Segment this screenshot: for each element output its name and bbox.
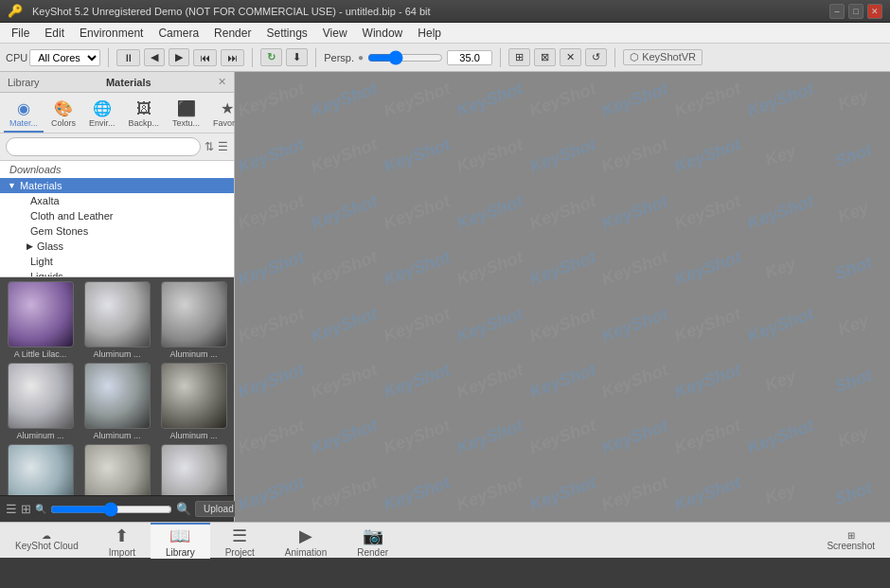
wm-40: KeyShot (446, 286, 534, 364)
tree-item-cloth-leather[interactable]: Cloth and Leather (0, 208, 234, 223)
rotate-btn[interactable]: ✕ (560, 48, 581, 66)
tab-import[interactable]: ⬆ Import (94, 523, 151, 559)
tree-label-light: Light (30, 256, 53, 267)
tab-render[interactable]: 📷 Render (342, 523, 403, 559)
thumb-label-3: Aluminum ... (16, 431, 63, 440)
wm-65: KeyShot (300, 454, 388, 522)
search-input[interactable] (6, 137, 201, 156)
tree-item-glass[interactable]: ▶ Glass (0, 239, 234, 254)
tab-icons-row: ◉ Mater... 🎨 Colors 🌐 Envir... 🖼 Backp..… (0, 93, 234, 134)
thumb-item-2[interactable]: Aluminum ... (157, 281, 230, 359)
search-row: ⇅ ☰ (0, 134, 234, 161)
prev-btn[interactable]: ◀ (144, 48, 165, 66)
favorites-icon: ★ (221, 99, 234, 117)
thumb-item-8[interactable]: Aluminum ... (157, 444, 230, 495)
stereo-btn[interactable]: ⊠ (534, 48, 556, 66)
menu-view[interactable]: View (315, 25, 355, 42)
wm-13: KeyShot (446, 117, 534, 195)
render-icon: 📷 (363, 526, 383, 546)
pause-btn[interactable]: ⏸ (116, 49, 140, 66)
thumb-item-4[interactable]: Aluminum ... (80, 363, 153, 440)
thumb-item-1[interactable]: Aluminum ... (80, 281, 153, 359)
filter-btn[interactable]: ☰ (218, 140, 228, 153)
tree-item-axalta[interactable]: Axalta (0, 193, 234, 208)
grid-view-btn[interactable]: ⊞ (21, 502, 31, 516)
thumb-item-3[interactable]: Aluminum ... (4, 363, 77, 440)
thumb-item-7[interactable]: Aluminum ... (80, 444, 153, 495)
thumb-item-5[interactable]: Aluminum ... (157, 363, 230, 440)
tab-project[interactable]: ☰ Project (210, 523, 270, 559)
maximize-button[interactable]: □ (848, 4, 863, 19)
tree-item-gem-stones[interactable]: Gem Stones (0, 223, 234, 239)
zoom-icon-left: 🔍 (35, 504, 46, 514)
wm-7: KeyShot (664, 72, 752, 139)
tree-label-cloth-leather: Cloth and Leather (30, 210, 113, 222)
tab-keyshot-cloud[interactable]: ☁ KeyShot Cloud (0, 523, 94, 559)
render-stop-btn[interactable]: ⬇ (286, 48, 308, 66)
tab-library[interactable]: 📖 Library (151, 523, 210, 559)
tab-screenshot[interactable]: ⊞ Screenshot (811, 523, 890, 559)
menu-environment[interactable]: Environment (72, 25, 151, 42)
menu-window[interactable]: Window (355, 25, 411, 42)
tree-item-light[interactable]: Light (0, 254, 234, 269)
wm-62: KeyShot (737, 399, 825, 476)
tab-backplates[interactable]: 🖼 Backp... (123, 98, 166, 133)
downloads-label: Downloads (0, 161, 234, 178)
sync-btn[interactable]: ↺ (585, 48, 607, 66)
menu-file[interactable]: File (4, 25, 37, 42)
thumb-item-6[interactable]: Aluminum ... (4, 444, 77, 495)
thumb-img-6 (8, 444, 74, 495)
tab-project-label: Project (225, 547, 255, 558)
wm-33: KeyShot (592, 230, 680, 308)
wm-6: KeyShot (592, 72, 680, 139)
wm-17: Key (737, 117, 825, 195)
keyshot-vr-btn[interactable]: ⬡ KeyShotVR (623, 49, 703, 65)
toolbar: CPU All Cores ⏸ ◀ ▶ ⏮ ⏭ ↻ ⬇ Persp. ● 35.… (0, 44, 890, 72)
menu-render[interactable]: Render (206, 25, 258, 42)
sort-btn[interactable]: ⇅ (205, 140, 214, 153)
close-button[interactable]: ✕ (867, 4, 882, 19)
tab-colors[interactable]: 🎨 Colors (45, 97, 81, 133)
cloud-icon: ☁ (42, 530, 51, 541)
list-view-btn[interactable]: ☰ (6, 502, 17, 516)
tab-environments[interactable]: 🌐 Envir... (83, 97, 121, 133)
render-mode-btn[interactable]: ⊞ (508, 48, 530, 66)
menu-edit[interactable]: Edit (37, 25, 72, 42)
forward-btn[interactable]: ⏭ (221, 49, 244, 66)
viewport[interactable]: KeyShot KeyShot KeyShot KeyShot KeyShot … (235, 72, 890, 522)
wm-18: Shot (810, 117, 890, 195)
menu-help[interactable]: Help (410, 25, 449, 42)
wm-36: Shot (810, 230, 890, 308)
rewind-btn[interactable]: ⏮ (193, 49, 217, 66)
thumb-img-5 (161, 363, 227, 429)
wm-46: KeyShot (235, 343, 315, 420)
glass-arrow: ▶ (27, 241, 33, 251)
tree-item-liquids[interactable]: Liquids (0, 269, 234, 277)
minimize-button[interactable]: – (829, 4, 845, 19)
wm-10: KeyShot (235, 117, 315, 195)
wm-71: Key (737, 454, 825, 522)
tab-environments-label: Envir... (89, 118, 116, 128)
wm-34: KeyShot (664, 230, 752, 308)
next-btn[interactable]: ▶ (169, 48, 189, 66)
bottom-bar: ☁ KeyShot Cloud ⬆ Import 📖 Library ☰ Pro… (0, 522, 890, 558)
thumb-item-0[interactable]: A Little Lilac... (4, 281, 77, 359)
zoom-slider[interactable] (367, 50, 443, 65)
project-icon: ☰ (232, 526, 247, 546)
thumb-size-slider[interactable] (50, 502, 172, 517)
thumbnails-area: A Little Lilac... Aluminum ... Aluminum … (0, 277, 234, 495)
thumb-img-2 (161, 281, 227, 347)
wm-42: KeyShot (592, 286, 680, 364)
tab-textures[interactable]: ⬛ Textu... (167, 97, 205, 133)
menu-camera[interactable]: Camera (151, 25, 206, 42)
cpu-cores-select[interactable]: All Cores (29, 49, 100, 66)
wm-47: KeyShot (300, 343, 388, 420)
tree-item-materials[interactable]: ▼ Materials (0, 178, 234, 193)
tab-animation[interactable]: ▶ Animation (270, 523, 342, 559)
render-refresh-btn[interactable]: ↻ (260, 48, 282, 66)
tab-materials[interactable]: ◉ Mater... (4, 97, 44, 133)
panel-close-btn[interactable]: ✕ (218, 76, 226, 88)
menu-settings[interactable]: Settings (258, 25, 314, 42)
library-icon: 📖 (169, 526, 190, 546)
zoom-value-input[interactable]: 35.0 (447, 50, 492, 65)
